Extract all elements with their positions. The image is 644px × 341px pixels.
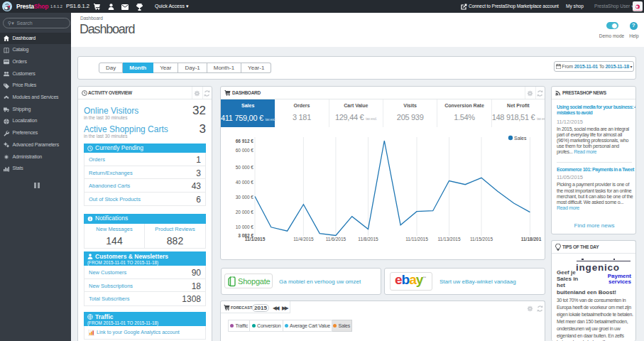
svg-text:11/6/2015: 11/6/2015: [326, 237, 346, 242]
svg-text:40 000 €: 40 000 €: [236, 180, 254, 185]
svg-text:10 000 €: 10 000 €: [236, 224, 254, 229]
svg-text:20 000 €: 20 000 €: [236, 210, 254, 215]
svg-text:11/15/2015: 11/15/2015: [470, 237, 493, 242]
svg-text:50 000 €: 50 000 €: [236, 165, 254, 170]
svg-text:11/18/201: 11/18/201: [521, 237, 542, 242]
svg-text:66 912 €: 66 912 €: [236, 139, 254, 144]
svg-text:11/4/2015: 11/4/2015: [293, 237, 314, 242]
svg-text:60 000 €: 60 000 €: [236, 148, 254, 153]
svg-text:11/1/2015: 11/1/2015: [245, 237, 266, 242]
svg-text:11/13/2015: 11/13/2015: [437, 237, 460, 242]
svg-text:Sales: Sales: [514, 136, 527, 141]
svg-text:30 000 €: 30 000 €: [236, 195, 254, 200]
svg-text:11/11/2015: 11/11/2015: [405, 237, 428, 242]
svg-text:11/8/2015: 11/8/2015: [358, 237, 378, 242]
svg-text:PrestaShop: PrestaShop: [633, 9, 643, 11]
